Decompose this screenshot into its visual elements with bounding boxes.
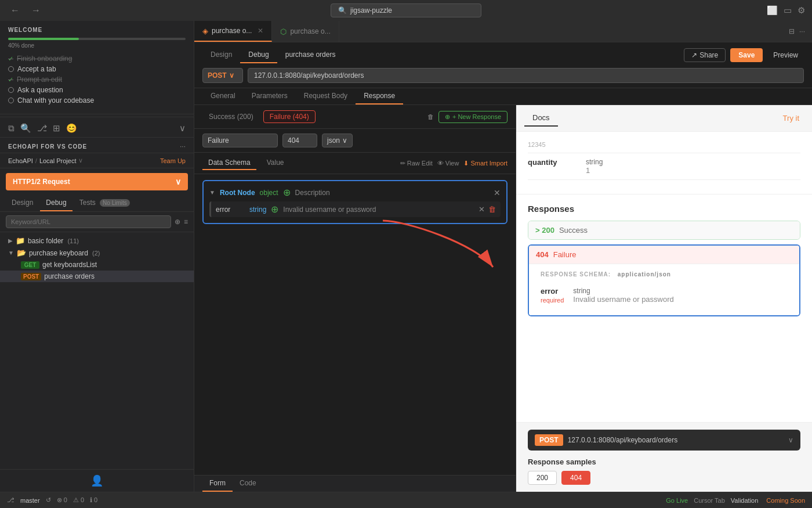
tab-purchase-orders-1[interactable]: ◈ purchase o... ✕ xyxy=(194,21,272,42)
back-button[interactable]: ← xyxy=(7,4,23,17)
docs-schema-section: RESPONSE SCHEMA: application/json error … xyxy=(529,264,799,315)
response-404-header: 404 Failure xyxy=(529,246,799,264)
add-sub-field-icon[interactable]: ⊕ xyxy=(271,204,278,215)
http-request-button[interactable]: HTTP1/2 Request ∨ xyxy=(6,173,188,190)
team-up-button[interactable]: Team Up xyxy=(160,157,186,164)
resp-tab-success[interactable]: Success (200) xyxy=(202,110,260,124)
sidebar-icon[interactable]: ⬜ xyxy=(767,5,778,16)
docs-post-row: POST 127.0.0.1:8080/api/keyboard/orders … xyxy=(528,430,800,451)
api-menu-icon[interactable]: ··· xyxy=(180,142,186,150)
root-node-label: Root Node xyxy=(220,189,255,197)
docs-tab[interactable]: Docs xyxy=(524,110,558,127)
settings-icon[interactable]: ⚙ xyxy=(798,5,805,16)
sample-200-button[interactable]: 200 xyxy=(528,471,557,485)
tab-design[interactable]: Design xyxy=(6,195,39,211)
docs-body: 12345 quantity string 1 Re xyxy=(516,132,812,422)
share-button[interactable]: ↗ Share xyxy=(684,48,726,62)
post-url-text: 127.0.0.1:8080/api/keyboard/orders xyxy=(568,436,784,444)
url-input[interactable] xyxy=(248,68,804,83)
main-content: ◈ purchase o... ✕ ⬡ purchase o... ⊟ ··· … xyxy=(194,21,812,492)
tab-debug[interactable]: Debug xyxy=(40,195,72,211)
tab-bar-right: ⊟ ··· xyxy=(789,27,812,35)
bottom-left: ⎇ master ↺ ⊗ 0 ⚠ 0 ℹ 0 xyxy=(7,496,97,504)
tab-close-icon[interactable]: ✕ xyxy=(258,27,263,35)
delete-field-icon[interactable]: 🗑 xyxy=(488,205,496,214)
response-404-item[interactable]: 404 Failure xyxy=(529,246,799,264)
view-button[interactable]: 👁 View xyxy=(437,160,459,167)
more-icon[interactable]: ··· xyxy=(799,27,805,35)
settings2-icon[interactable]: ≡ xyxy=(184,218,188,226)
response-type-select[interactable]: json ∨ xyxy=(322,134,353,147)
try-it-button[interactable]: Try it xyxy=(783,114,804,123)
sample-404-button[interactable]: 404 xyxy=(561,471,590,485)
response-code-input[interactable] xyxy=(282,134,317,147)
layout-icon[interactable]: ▭ xyxy=(784,5,792,16)
method-selector[interactable]: POST ∨ xyxy=(202,68,243,83)
schema-content-type-row: RESPONSE SCHEMA: application/json xyxy=(541,271,788,278)
new-response-button[interactable]: ⊕ + New Response xyxy=(438,111,507,123)
search2-icon[interactable]: 🔍 xyxy=(20,123,31,134)
folder-open-icon: 📂 xyxy=(17,248,26,257)
description-label: Description xyxy=(295,189,489,197)
search-input[interactable] xyxy=(6,215,171,228)
grid-icon[interactable]: ⊞ xyxy=(53,123,60,134)
response-404-outline: 404 Failure RESPONSE SCHEMA: application… xyxy=(528,244,800,316)
quantity-type: string xyxy=(586,158,603,166)
add-field-icon[interactable]: ⊕ xyxy=(283,187,291,198)
tree-item-post-orders[interactable]: POST purchase orders xyxy=(0,271,194,282)
folder-basic[interactable]: ▶ 📁 basic folder (11) xyxy=(0,235,194,247)
go-live-label[interactable]: Go Live xyxy=(666,497,688,504)
subtab-parameters[interactable]: Parameters xyxy=(244,88,296,105)
split-icon[interactable]: ⊟ xyxy=(789,27,795,35)
eye-icon: 👁 xyxy=(437,160,444,167)
breadcrumb-localproject[interactable]: Local Project xyxy=(39,157,77,164)
editor-actions: ↗ Share Save Preview xyxy=(684,48,804,62)
nav-tab-design[interactable]: Design xyxy=(202,47,240,63)
save-button[interactable]: Save xyxy=(730,48,763,62)
root-type-label: object xyxy=(260,189,278,197)
code-tab[interactable]: Code xyxy=(233,475,263,492)
sidebar-tabs: Design Debug Tests No Limits xyxy=(0,195,194,212)
nav-tab-debug[interactable]: Debug xyxy=(240,47,277,63)
form-tab[interactable]: Form xyxy=(202,475,233,492)
copy-icon[interactable]: ⧉ xyxy=(8,123,14,134)
response-failure-label: Failure xyxy=(553,250,577,259)
add-icon[interactable]: ⊕ xyxy=(175,218,180,226)
folder-purchase-keyboard[interactable]: ▼ 📂 purchase keyboard (2) xyxy=(0,247,194,259)
branch-icon[interactable]: ⎇ xyxy=(37,123,47,134)
schema-tab-value[interactable]: Value xyxy=(261,156,290,170)
smart-import-button[interactable]: ⬇ Smart Import xyxy=(463,160,507,167)
person-icon[interactable]: 👤 xyxy=(90,474,103,487)
schema-tab-dataschema[interactable]: Data Schema xyxy=(202,156,256,170)
breadcrumb-echoapi[interactable]: EchoAPI xyxy=(8,157,33,164)
close-root-icon[interactable]: ✕ xyxy=(494,188,501,197)
search-bar[interactable]: 🔍 jigsaw-puzzle xyxy=(331,3,481,17)
response-name-input[interactable] xyxy=(202,134,278,147)
tree-item-get-keyboards[interactable]: GET get keyboardsList xyxy=(0,259,194,271)
subtab-response[interactable]: Response xyxy=(356,88,403,105)
titlebar: ← → 🔍 jigsaw-puzzle ⬜ ▭ ⚙ xyxy=(0,0,812,21)
form-code-tabs: Form Code xyxy=(194,475,516,492)
response-200-item[interactable]: > 200 Success xyxy=(528,221,800,240)
chevron-down-icon[interactable]: ∨ xyxy=(179,123,186,134)
content-body: Success (200) Failure (404) 🗑 ⊕ + New Re… xyxy=(194,105,812,492)
cursor-tab-label[interactable]: Cursor Tab xyxy=(694,497,725,504)
subtab-general[interactable]: General xyxy=(202,88,244,105)
face-icon[interactable]: 😊 xyxy=(66,123,77,134)
raw-edit-button[interactable]: ✏ Raw Edit xyxy=(400,160,433,167)
resp-tab-failure[interactable]: Failure (404) xyxy=(263,110,316,123)
file-tree: ▶ 📁 basic folder (11) ▼ 📂 purchase keybo… xyxy=(0,232,194,469)
forward-button[interactable]: → xyxy=(28,4,44,17)
preview-button[interactable]: Preview xyxy=(767,48,804,62)
delete-icon[interactable]: 🗑 xyxy=(427,113,434,120)
field-actions: ✕ 🗑 xyxy=(478,205,496,214)
validation-label: Validation xyxy=(731,497,759,504)
edit-field-icon[interactable]: ✕ xyxy=(478,205,485,214)
branch-name: master xyxy=(20,497,40,504)
circle-icon-5 xyxy=(8,98,14,103)
post-chevron-icon: ∨ xyxy=(788,436,793,444)
docs-header: Docs Try it xyxy=(516,105,812,132)
subtab-requestbody[interactable]: Request Body xyxy=(296,88,356,105)
tab-purchase-orders-2[interactable]: ⬡ purchase o... xyxy=(272,21,339,42)
tab-tests[interactable]: Tests No Limits xyxy=(74,195,136,211)
